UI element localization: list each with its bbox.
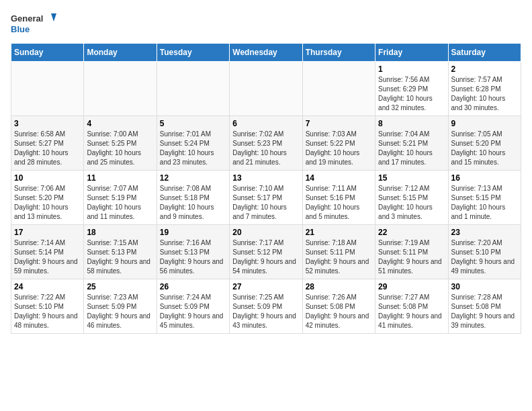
day-info: Sunrise: 7:27 AMSunset: 5:08 PMDaylight:… <box>378 293 445 330</box>
day-header-friday: Friday <box>375 44 448 62</box>
day-number: 1 <box>378 64 445 74</box>
logo-svg: General Blue <box>11 11 58 38</box>
logo: General Blue <box>11 11 58 38</box>
day-header-saturday: Saturday <box>448 44 521 62</box>
day-number: 27 <box>232 282 299 291</box>
day-info: Sunrise: 7:28 AMSunset: 5:08 PMDaylight:… <box>451 293 518 330</box>
day-number: 11 <box>87 173 153 183</box>
calendar-cell: 30Sunrise: 7:28 AMSunset: 5:08 PMDayligh… <box>448 279 521 334</box>
calendar-cell: 27Sunrise: 7:25 AMSunset: 5:09 PMDayligh… <box>230 279 302 334</box>
day-info: Sunrise: 7:08 AMSunset: 5:18 PMDaylight:… <box>160 184 226 222</box>
day-number: 21 <box>306 228 372 237</box>
calendar-cell: 24Sunrise: 7:22 AMSunset: 5:10 PMDayligh… <box>11 279 84 334</box>
calendar-cell: 10Sunrise: 7:06 AMSunset: 5:20 PMDayligh… <box>11 171 84 225</box>
calendar-header-row: SundayMondayTuesdayWednesdayThursdayFrid… <box>11 44 521 62</box>
day-number: 26 <box>160 282 226 291</box>
calendar-cell: 17Sunrise: 7:14 AMSunset: 5:14 PMDayligh… <box>11 225 84 279</box>
calendar-cell: 18Sunrise: 7:15 AMSunset: 5:13 PMDayligh… <box>84 225 157 279</box>
calendar-week-3: 10Sunrise: 7:06 AMSunset: 5:20 PMDayligh… <box>11 171 521 225</box>
day-number: 12 <box>160 173 226 183</box>
day-number: 6 <box>232 119 299 128</box>
calendar-cell: 6Sunrise: 7:02 AMSunset: 5:23 PMDaylight… <box>230 116 302 171</box>
day-number: 2 <box>451 64 518 74</box>
calendar-cell: 12Sunrise: 7:08 AMSunset: 5:18 PMDayligh… <box>157 171 229 225</box>
day-info: Sunrise: 7:02 AMSunset: 5:23 PMDaylight:… <box>232 130 299 167</box>
page-header: General Blue <box>11 11 521 38</box>
calendar-week-2: 3Sunrise: 6:58 AMSunset: 5:27 PMDaylight… <box>11 116 521 171</box>
day-info: Sunrise: 7:07 AMSunset: 5:19 PMDaylight:… <box>87 184 153 222</box>
day-number: 23 <box>451 228 518 237</box>
day-info: Sunrise: 7:05 AMSunset: 5:20 PMDaylight:… <box>451 130 518 167</box>
day-number: 19 <box>160 228 226 237</box>
calendar-cell <box>157 62 229 116</box>
day-number: 29 <box>378 282 445 291</box>
day-number: 8 <box>378 119 445 128</box>
day-number: 17 <box>14 228 81 237</box>
calendar-cell <box>11 62 84 116</box>
day-number: 16 <box>451 173 518 183</box>
day-number: 30 <box>451 282 518 291</box>
calendar-cell: 8Sunrise: 7:04 AMSunset: 5:21 PMDaylight… <box>375 116 448 171</box>
calendar-table: SundayMondayTuesdayWednesdayThursdayFrid… <box>11 43 521 334</box>
day-info: Sunrise: 7:10 AMSunset: 5:17 PMDaylight:… <box>232 184 299 222</box>
calendar-cell: 3Sunrise: 6:58 AMSunset: 5:27 PMDaylight… <box>11 116 84 171</box>
day-header-sunday: Sunday <box>11 44 84 62</box>
day-info: Sunrise: 7:25 AMSunset: 5:09 PMDaylight:… <box>232 293 299 330</box>
calendar-cell: 21Sunrise: 7:18 AMSunset: 5:11 PMDayligh… <box>302 225 375 279</box>
calendar-week-1: 1Sunrise: 7:56 AMSunset: 6:29 PMDaylight… <box>11 62 521 116</box>
calendar-cell: 7Sunrise: 7:03 AMSunset: 5:22 PMDaylight… <box>302 116 375 171</box>
calendar-week-5: 24Sunrise: 7:22 AMSunset: 5:10 PMDayligh… <box>11 279 521 334</box>
calendar-cell: 15Sunrise: 7:12 AMSunset: 5:15 PMDayligh… <box>375 171 448 225</box>
day-info: Sunrise: 7:23 AMSunset: 5:09 PMDaylight:… <box>87 293 153 330</box>
calendar-cell: 2Sunrise: 7:57 AMSunset: 6:28 PMDaylight… <box>448 62 521 116</box>
calendar-week-4: 17Sunrise: 7:14 AMSunset: 5:14 PMDayligh… <box>11 225 521 279</box>
calendar-cell: 25Sunrise: 7:23 AMSunset: 5:09 PMDayligh… <box>84 279 157 334</box>
day-info: Sunrise: 7:01 AMSunset: 5:24 PMDaylight:… <box>160 130 226 167</box>
day-info: Sunrise: 7:06 AMSunset: 5:20 PMDaylight:… <box>14 184 81 222</box>
calendar-cell: 13Sunrise: 7:10 AMSunset: 5:17 PMDayligh… <box>230 171 302 225</box>
calendar-cell: 11Sunrise: 7:07 AMSunset: 5:19 PMDayligh… <box>84 171 157 225</box>
day-info: Sunrise: 7:22 AMSunset: 5:10 PMDaylight:… <box>14 293 81 330</box>
day-info: Sunrise: 7:15 AMSunset: 5:13 PMDaylight:… <box>87 238 153 276</box>
calendar-cell: 19Sunrise: 7:16 AMSunset: 5:13 PMDayligh… <box>157 225 229 279</box>
day-info: Sunrise: 7:12 AMSunset: 5:15 PMDaylight:… <box>378 184 445 222</box>
day-info: Sunrise: 7:14 AMSunset: 5:14 PMDaylight:… <box>14 238 81 276</box>
day-info: Sunrise: 7:57 AMSunset: 6:28 PMDaylight:… <box>451 75 518 113</box>
day-number: 5 <box>160 119 226 128</box>
day-info: Sunrise: 6:58 AMSunset: 5:27 PMDaylight:… <box>14 130 81 167</box>
day-info: Sunrise: 7:11 AMSunset: 5:16 PMDaylight:… <box>306 184 372 222</box>
svg-text:General: General <box>11 13 43 24</box>
calendar-cell: 5Sunrise: 7:01 AMSunset: 5:24 PMDaylight… <box>157 116 229 171</box>
day-number: 9 <box>451 119 518 128</box>
day-info: Sunrise: 7:18 AMSunset: 5:11 PMDaylight:… <box>306 238 372 276</box>
svg-text:Blue: Blue <box>11 24 30 34</box>
calendar-cell <box>230 62 302 116</box>
day-info: Sunrise: 7:17 AMSunset: 5:12 PMDaylight:… <box>232 238 299 276</box>
day-number: 4 <box>87 119 153 128</box>
day-info: Sunrise: 7:13 AMSunset: 5:15 PMDaylight:… <box>451 184 518 222</box>
day-number: 22 <box>378 228 445 237</box>
calendar-cell <box>302 62 375 116</box>
svg-marker-2 <box>51 13 56 21</box>
calendar-cell: 22Sunrise: 7:19 AMSunset: 5:11 PMDayligh… <box>375 225 448 279</box>
day-number: 25 <box>87 282 153 291</box>
calendar-cell: 16Sunrise: 7:13 AMSunset: 5:15 PMDayligh… <box>448 171 521 225</box>
day-info: Sunrise: 7:56 AMSunset: 6:29 PMDaylight:… <box>378 75 445 113</box>
day-number: 10 <box>14 173 81 183</box>
day-info: Sunrise: 7:04 AMSunset: 5:21 PMDaylight:… <box>378 130 445 167</box>
day-info: Sunrise: 7:24 AMSunset: 5:09 PMDaylight:… <box>160 293 226 330</box>
day-header-tuesday: Tuesday <box>157 44 229 62</box>
calendar-cell <box>84 62 157 116</box>
calendar-cell: 20Sunrise: 7:17 AMSunset: 5:12 PMDayligh… <box>230 225 302 279</box>
day-number: 28 <box>306 282 372 291</box>
calendar-cell: 4Sunrise: 7:00 AMSunset: 5:25 PMDaylight… <box>84 116 157 171</box>
day-info: Sunrise: 7:03 AMSunset: 5:22 PMDaylight:… <box>306 130 372 167</box>
day-header-wednesday: Wednesday <box>230 44 302 62</box>
day-number: 14 <box>306 173 372 183</box>
calendar-cell: 1Sunrise: 7:56 AMSunset: 6:29 PMDaylight… <box>375 62 448 116</box>
day-number: 15 <box>378 173 445 183</box>
day-info: Sunrise: 7:00 AMSunset: 5:25 PMDaylight:… <box>87 130 153 167</box>
calendar-cell: 23Sunrise: 7:20 AMSunset: 5:10 PMDayligh… <box>448 225 521 279</box>
calendar-cell: 28Sunrise: 7:26 AMSunset: 5:08 PMDayligh… <box>302 279 375 334</box>
calendar-cell: 9Sunrise: 7:05 AMSunset: 5:20 PMDaylight… <box>448 116 521 171</box>
